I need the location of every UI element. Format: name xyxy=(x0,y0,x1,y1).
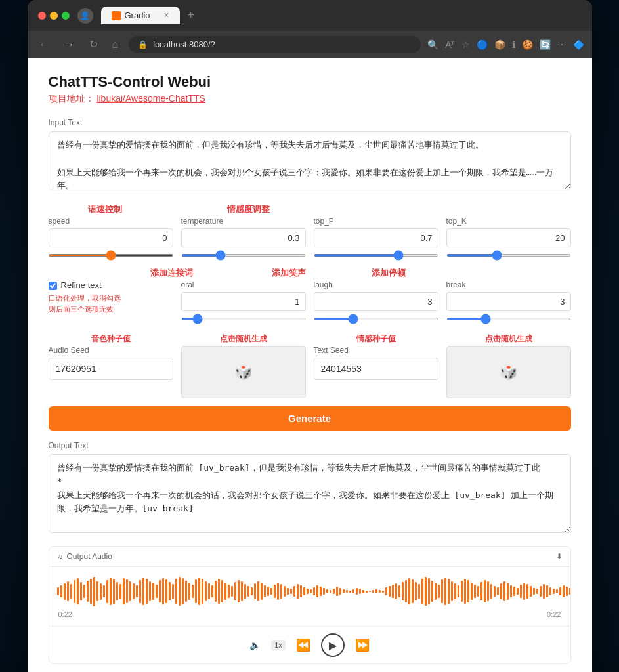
extension3-icon[interactable]: ℹ xyxy=(512,39,515,50)
audio-seed-annotation: 音色种子值 xyxy=(49,333,173,345)
break-slider[interactable] xyxy=(446,318,571,320)
extension4-icon[interactable]: 🍪 xyxy=(522,39,533,50)
repo-link[interactable]: libukai/Awesome-ChatTTS xyxy=(96,93,205,104)
audio-seed-random-button[interactable]: 🎲 xyxy=(181,346,306,398)
more-icon[interactable]: ⋯ xyxy=(557,39,566,50)
search-icon[interactable]: 🔍 xyxy=(427,39,438,50)
time-end: 0:22 xyxy=(547,610,561,618)
play-button[interactable]: ▶ xyxy=(321,633,345,657)
active-tab[interactable]: Gradio ✕ xyxy=(101,7,180,24)
break-input[interactable] xyxy=(446,292,571,311)
url-bar[interactable]: 🔒 localhost:8080/? xyxy=(129,36,421,52)
text-seed-input[interactable] xyxy=(314,358,438,380)
speed-annotation: 语速控制 xyxy=(88,203,122,215)
laugh-slider[interactable] xyxy=(314,318,438,320)
temperature-input[interactable] xyxy=(181,228,306,247)
browser-tabs: Gradio ✕ + xyxy=(101,7,582,24)
text-seed-random-button[interactable]: 🎲 xyxy=(446,346,571,398)
speed-slider[interactable] xyxy=(49,254,173,257)
audio-seed-label: Audio Seed xyxy=(49,346,173,355)
tab-title: Gradio xyxy=(125,10,150,20)
volume-button[interactable]: 🔈 xyxy=(249,640,261,650)
top-p-param: top_P xyxy=(314,217,438,259)
oral-label: oral xyxy=(181,280,306,289)
top-p-label: top_P xyxy=(314,217,438,226)
top-k-label: top_K xyxy=(446,217,571,226)
speed-badge[interactable]: 1x xyxy=(271,640,286,650)
extension1-icon[interactable]: 🔵 xyxy=(477,39,488,50)
forward-button[interactable]: → xyxy=(60,37,79,52)
url-text: localhost:8080/? xyxy=(153,39,215,49)
refine-checkbox[interactable] xyxy=(49,282,57,290)
temperature-label: temperature xyxy=(181,217,306,226)
top-k-slider[interactable] xyxy=(446,254,571,257)
home-button[interactable]: ⌂ xyxy=(108,37,123,52)
maximize-button[interactable] xyxy=(62,12,70,20)
generate-button-row: Generate xyxy=(49,406,571,430)
extension2-icon[interactable]: 📦 xyxy=(494,39,505,50)
generate-button[interactable]: Generate xyxy=(49,406,571,430)
traffic-lights xyxy=(38,12,70,20)
download-icon[interactable]: ⬇ xyxy=(556,552,563,561)
back-button[interactable]: ← xyxy=(35,37,54,52)
refine-note: 口语化处理，取消勾选则后面三个选项无效 xyxy=(49,293,173,314)
app-subtitle: 项目地址： libukai/Awesome-ChatTTS xyxy=(49,93,571,105)
refine-label: Refine text xyxy=(61,280,102,290)
audio-header: ♫ Output Audio ⬇ xyxy=(49,547,570,567)
top-p-input[interactable] xyxy=(314,228,438,247)
minimize-button[interactable] xyxy=(50,12,58,20)
text-seed-label: Text Seed xyxy=(314,346,438,355)
audio-seed-group: Audio Seed xyxy=(49,346,173,398)
oral-param: oral xyxy=(181,280,306,323)
audio-seed-input[interactable] xyxy=(49,358,173,380)
extension5-icon[interactable]: 🔄 xyxy=(540,39,551,50)
bookmark-icon[interactable]: ☆ xyxy=(461,39,470,50)
browser-titlebar: 👤 Gradio ✕ + xyxy=(28,0,592,31)
temperature-slider[interactable] xyxy=(181,254,306,257)
laugh-input[interactable] xyxy=(314,292,438,311)
text-seed-group: Text Seed xyxy=(314,346,438,398)
seed-row: Audio Seed 🎲 Text Seed 🎲 xyxy=(49,346,571,398)
params-row2: Refine text 口语化处理，取消勾选则后面三个选项无效 oral lau… xyxy=(49,280,571,323)
toolbar-icons: 🔍 Aᵀ ☆ 🔵 📦 ℹ 🍪 🔄 ⋯ 🔷 xyxy=(427,39,584,50)
break-param: break xyxy=(446,280,571,323)
tab-favicon xyxy=(112,11,121,20)
break-label: break xyxy=(446,280,571,289)
read-icon[interactable]: Aᵀ xyxy=(445,39,454,50)
laugh-label: laugh xyxy=(314,280,438,289)
output-label: Output Text xyxy=(49,441,571,450)
oral-slider[interactable] xyxy=(181,318,306,320)
output-textarea[interactable]: 曾经有一份真挚的爱情摆在我的面前 [uv_break]，但是我没有珍惜，等我失去… xyxy=(49,454,571,533)
audio-controls: 🔈 1x ⏪ ▶ ⏩ xyxy=(49,626,570,663)
input-textarea[interactable]: 曾经有一份真挚的爱情摆在我的面前，但是我没有珍惜，等我失去后才后悔莫及，尘世间最… xyxy=(49,131,571,190)
browser-toolbar: ← → ↻ ⌂ 🔒 localhost:8080/? 🔍 Aᵀ ☆ 🔵 📦 ℹ … xyxy=(28,31,592,58)
rewind-button[interactable]: ⏪ xyxy=(296,638,310,652)
oral-input[interactable] xyxy=(181,292,306,311)
top-p-slider[interactable] xyxy=(314,254,438,257)
break-annotation: 添加停顿 xyxy=(372,267,406,279)
sidebar-icon[interactable]: 🔷 xyxy=(573,39,584,50)
tab-close-icon[interactable]: ✕ xyxy=(163,11,169,20)
random2-annotation: 点击随机生成 xyxy=(446,333,571,345)
text-seed-annotation: 情感种子值 xyxy=(314,333,438,345)
audio-times: 0:22 0:22 xyxy=(57,610,563,618)
reload-button[interactable]: ↻ xyxy=(85,37,102,52)
close-button[interactable] xyxy=(38,12,46,20)
avatar: 👤 xyxy=(77,8,93,24)
seed-annotations: 音色种子值 点击随机生成 情感种子值 点击随机生成 xyxy=(49,333,571,345)
new-tab-button[interactable]: + xyxy=(182,9,200,22)
speed-input[interactable] xyxy=(49,228,173,247)
fast-forward-button[interactable]: ⏩ xyxy=(355,638,370,652)
app-container: ChatTTS-Control Webui 项目地址： libukai/Awes… xyxy=(28,58,592,672)
browser-content: ChatTTS-Control Webui 项目地址： libukai/Awes… xyxy=(28,58,592,672)
laugh-annotation: 添加笑声 xyxy=(272,267,306,279)
oral-annotation: 添加连接词 xyxy=(150,267,193,279)
top-k-input[interactable] xyxy=(446,228,571,247)
waveform-container: 0:22 0:22 xyxy=(49,567,570,626)
waveform xyxy=(57,575,563,608)
browser-window: 👤 Gradio ✕ + ← → ↻ ⌂ 🔒 localhost:8080/? … xyxy=(28,0,592,672)
emotion-annotation: 情感度调整 xyxy=(227,203,270,215)
music-icon: ♫ xyxy=(57,552,63,561)
audio-section-label: Output Audio xyxy=(67,552,112,561)
app-title: ChatTTS-Control Webui xyxy=(49,74,571,91)
